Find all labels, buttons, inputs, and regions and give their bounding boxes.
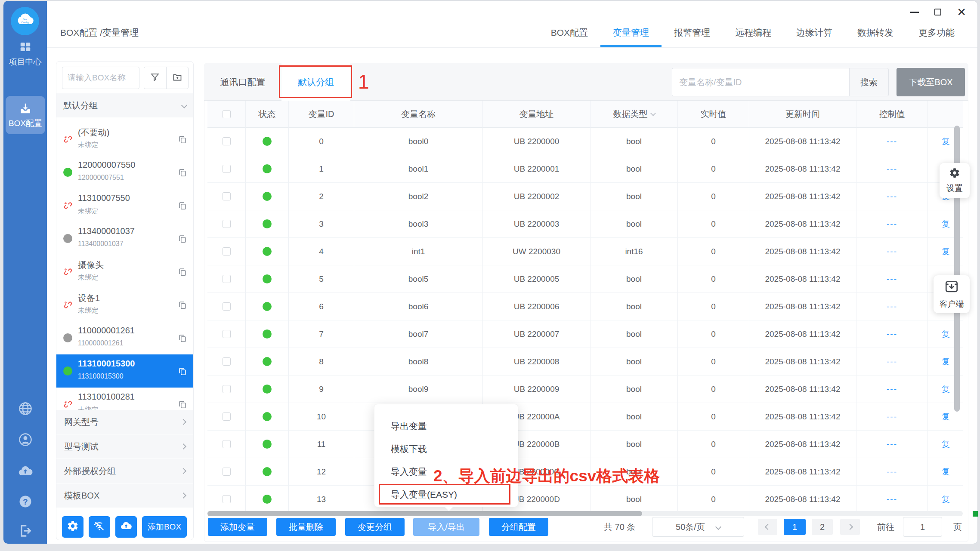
nav-item[interactable]: 数据转发 [845, 18, 906, 47]
toolbar-button[interactable]: 分组配置 [489, 518, 548, 536]
header-cell: 变量地址 [483, 101, 590, 128]
cloud-upload-button[interactable] [115, 516, 137, 538]
row-checkbox[interactable] [223, 357, 231, 366]
globe-button[interactable] [3, 401, 47, 418]
status-dot [263, 219, 272, 228]
copy-icon[interactable] [178, 234, 187, 243]
page-size-select[interactable]: 50条/页 [652, 517, 744, 537]
row-checkbox[interactable] [223, 247, 231, 255]
wifi-config-button[interactable] [89, 516, 110, 538]
copy-icon[interactable] [178, 400, 187, 409]
svg-text:?: ? [23, 497, 28, 506]
group-row[interactable]: 外部授权分组 [56, 459, 193, 483]
floating-client-button[interactable]: 客户端 [934, 275, 970, 313]
row-checkbox[interactable] [223, 302, 231, 311]
menu-item[interactable]: 导出变量 [374, 415, 518, 437]
copy-icon[interactable] [178, 333, 187, 343]
horizontal-scrollbar[interactable] [207, 511, 963, 516]
status-dot [263, 440, 272, 449]
copy-icon[interactable] [178, 168, 187, 177]
page-button[interactable]: 1 [784, 519, 806, 535]
search-button[interactable]: 搜索 [849, 68, 889, 96]
nav-item[interactable]: 更多功能 [906, 18, 967, 47]
maximize-button[interactable] [934, 9, 941, 15]
filter-button[interactable] [144, 67, 166, 89]
device-item[interactable]: 113100015300 113100015300 [56, 354, 193, 388]
device-item[interactable]: 11310007550 未绑定 [56, 189, 193, 222]
close-button[interactable]: ✕ [957, 8, 966, 16]
copy-icon[interactable] [178, 135, 187, 144]
add-box-button[interactable]: 添加BOX [142, 516, 187, 538]
row-op-link[interactable]: 复 [928, 431, 963, 458]
account-button[interactable] [3, 432, 47, 449]
help-button[interactable]: ? [3, 494, 47, 511]
row-checkbox[interactable] [223, 165, 231, 173]
row-checkbox[interactable] [223, 330, 231, 338]
row-checkbox[interactable] [223, 468, 231, 476]
nav-item[interactable]: 报警管理 [662, 18, 723, 47]
copy-icon[interactable] [178, 366, 187, 376]
broken-link-icon [63, 135, 73, 144]
device-item[interactable]: 113400001037 113400001037 [56, 222, 193, 255]
logout-button[interactable] [3, 523, 47, 540]
device-item[interactable]: (不要动) 未绑定 [56, 123, 193, 156]
row-checkbox[interactable] [223, 275, 231, 283]
cloud-sync-button[interactable] [3, 464, 47, 481]
nav-item[interactable]: 远程编程 [723, 18, 784, 47]
row-checkbox[interactable] [223, 385, 231, 393]
download-to-box-button[interactable]: 下载至BOX [897, 68, 965, 96]
page-button[interactable]: 2 [812, 519, 833, 535]
device-group-header[interactable]: 默认分组 [56, 93, 193, 117]
control-value: --- [856, 486, 928, 513]
device-item[interactable]: 摄像头 未绑定 [56, 255, 193, 288]
group-row[interactable]: 模板BOX [56, 483, 193, 508]
toolbar-button[interactable]: 变更分组 [345, 518, 405, 536]
add-group-button[interactable] [166, 67, 189, 89]
box-search-input[interactable] [62, 67, 139, 89]
nav-item[interactable]: 边缘计算 [784, 18, 845, 47]
goto-page-input[interactable] [903, 517, 942, 537]
user-icon [18, 432, 33, 449]
next-page-button[interactable] [840, 519, 860, 535]
device-item[interactable]: 113100100281 未绑定 [56, 388, 193, 410]
scrollbar-thumb[interactable] [207, 511, 642, 516]
toolbar-button[interactable]: 批量删除 [276, 518, 336, 536]
row-op-link[interactable]: 复 [928, 486, 963, 513]
group-row[interactable]: 网关型号 [56, 410, 193, 434]
wifi-off-icon [93, 520, 105, 534]
row-checkbox[interactable] [223, 137, 231, 145]
device-item[interactable]: 设备1 未绑定 [56, 288, 193, 321]
table-row: 1 bool1 UB 2200001 bool 0 2025-08-08 11:… [207, 155, 963, 183]
device-item[interactable]: 120000007550 120000007551 [56, 156, 193, 189]
floating-settings-button[interactable]: 设置 [940, 163, 970, 198]
row-checkbox[interactable] [223, 440, 231, 448]
settings-button[interactable] [62, 516, 83, 538]
group-row[interactable]: 型号测试 [56, 434, 193, 459]
row-op-link[interactable]: 复 [928, 458, 963, 486]
variable-search-input[interactable] [672, 68, 849, 96]
nav-item[interactable]: 变量管理 [600, 18, 662, 47]
header-cell: 变量ID [289, 101, 354, 128]
row-checkbox[interactable] [223, 192, 231, 200]
menu-item[interactable]: 模板下载 [374, 437, 518, 460]
chevron-down-icon [650, 111, 656, 116]
row-checkbox[interactable] [223, 412, 231, 421]
copy-icon[interactable] [178, 201, 187, 210]
header-cell [928, 101, 963, 128]
toolbar-button[interactable]: 导入/导出 [413, 518, 479, 536]
tab-default-group[interactable]: 默认分组 [281, 63, 350, 101]
copy-icon[interactable] [178, 267, 187, 277]
tab-comm-port-config[interactable]: 通讯口配置 [204, 63, 281, 101]
copy-icon[interactable] [178, 300, 187, 310]
prev-page-button[interactable] [758, 519, 777, 535]
table-row: 2 bool2 UB 2200002 bool 0 2025-08-08 11:… [207, 183, 963, 210]
row-checkbox[interactable] [223, 495, 231, 503]
select-all-checkbox[interactable] [223, 110, 231, 118]
row-checkbox[interactable] [223, 220, 231, 228]
device-item[interactable]: 110000001261 110000001261 [56, 321, 193, 354]
toolbar-button[interactable]: 添加变量 [208, 518, 267, 536]
minimize-button[interactable] [910, 12, 919, 13]
sidebar-item-project-center[interactable]: 项目中心 [3, 40, 47, 68]
nav-item[interactable]: BOX配置 [538, 18, 600, 47]
sidebar-item-box-config[interactable]: BOX配置 [6, 96, 45, 134]
